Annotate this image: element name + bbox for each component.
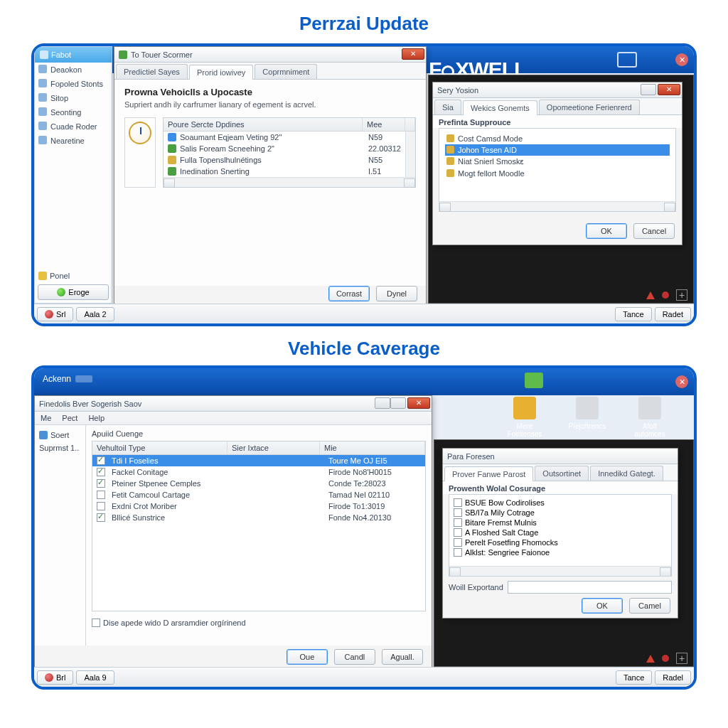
maximize-icon[interactable] xyxy=(390,397,406,409)
cancel-button[interactable]: Candl xyxy=(334,649,375,665)
scrollbar-v[interactable] xyxy=(405,132,415,177)
table-row[interactable]: Soaumant Eqjeam Veting 92"N59 xyxy=(164,132,415,143)
checkbox-icon[interactable] xyxy=(97,513,105,522)
page-title-top: Perrzai Update xyxy=(0,0,728,43)
checkbox-icon[interactable] xyxy=(92,619,100,627)
tab[interactable]: Opomeetione Ferienrerd xyxy=(539,100,640,114)
tab[interactable]: Innedikd Gategt. xyxy=(590,466,663,481)
list-item[interactable]: Perelt Fosetfing Fhomocks xyxy=(454,537,667,547)
checkbox-icon[interactable] xyxy=(454,528,462,537)
app-icon[interactable] xyxy=(525,373,543,388)
status-button[interactable]: Aala 2 xyxy=(76,307,114,321)
dialog-titlebar[interactable]: To Touer Scormer✕ xyxy=(114,47,426,63)
checkbox-icon[interactable] xyxy=(97,456,105,465)
checkbox-icon[interactable] xyxy=(454,508,462,517)
checkbox-icon[interactable] xyxy=(97,479,105,488)
status-button[interactable]: Radet xyxy=(655,307,691,321)
desktop-icon[interactable]: Mere Foiritenses xyxy=(503,397,546,438)
sidebar-item[interactable]: Sitop xyxy=(35,91,112,105)
close-icon[interactable]: ✕ xyxy=(402,48,424,60)
checkbox-icon[interactable] xyxy=(454,548,462,557)
list-item[interactable]: SB/I7a Mily Cotrage xyxy=(454,508,667,518)
menubar: Me Pect Help xyxy=(35,412,432,425)
table-row[interactable]: Exdni Crot MoriberFirode To1:3019 xyxy=(92,500,425,512)
dialog-titlebar[interactable]: Finedolis Bver Sogerish Saov✕ xyxy=(35,396,432,412)
tab[interactable]: Wekics Gonemts xyxy=(463,100,537,115)
tab[interactable]: Coprmniment xyxy=(255,64,317,79)
checkbox-icon[interactable] xyxy=(454,538,462,547)
add-icon[interactable]: + xyxy=(676,289,687,301)
tree-item[interactable]: Niat Snierl Smoskɛ xyxy=(445,156,670,168)
tree-item[interactable]: Johon Tesen AID xyxy=(445,144,670,156)
add-icon[interactable]: + xyxy=(676,653,687,664)
table-row[interactable]: Fackel ConitageFirode No8'H0015 xyxy=(92,466,425,478)
scrollbar-h[interactable] xyxy=(164,177,415,187)
status-button[interactable]: Srl xyxy=(37,307,73,321)
scrollbar-h[interactable] xyxy=(449,566,671,576)
close-icon[interactable]: ✕ xyxy=(407,397,430,409)
minimize-icon[interactable] xyxy=(375,397,390,409)
list-item[interactable]: BSUE Bow Codirolises xyxy=(454,498,667,508)
status-button[interactable]: Radel xyxy=(655,670,691,685)
tab[interactable]: Prorid iowivey xyxy=(189,65,253,80)
sidebar-item[interactable]: Fopoled Stonts xyxy=(35,77,112,91)
menu-item[interactable]: Me xyxy=(41,414,51,422)
close-icon[interactable]: ✕ xyxy=(675,375,688,388)
close-icon[interactable]: ✕ xyxy=(675,53,688,66)
sidebar-item[interactable]: Deaokon xyxy=(35,63,112,77)
desktop-icon[interactable]: Afolt automces xyxy=(628,397,671,438)
tab[interactable]: Predictiel Sayes xyxy=(116,64,188,79)
cancel-button[interactable]: Cancel xyxy=(633,223,675,239)
sidebar-button[interactable]: Eroge xyxy=(38,284,109,300)
list-item[interactable]: Bitare Fremst Mulnis xyxy=(454,518,667,528)
table-row[interactable]: Bllicé SunstriceFonde No4.20130 xyxy=(92,512,425,523)
tab[interactable]: Outsortinet xyxy=(535,466,589,481)
checkbox-icon[interactable] xyxy=(97,491,105,499)
tree-item[interactable]: Cost Camsd Mode xyxy=(445,133,670,144)
apply-button[interactable]: Aguall. xyxy=(382,649,423,665)
export-input[interactable] xyxy=(508,581,672,594)
cancel-button[interactable]: Camel xyxy=(629,598,670,614)
sidebar-item[interactable]: Cuade Roder xyxy=(35,119,112,134)
status-button[interactable]: Tance xyxy=(616,670,652,685)
nav-item[interactable]: Suprmst 1.. xyxy=(38,441,82,455)
desktop-icon[interactable]: Píejoftrencs xyxy=(566,397,609,438)
dialog-titlebar[interactable]: Para Foresen xyxy=(443,449,678,464)
ok-button[interactable]: Oue xyxy=(287,649,328,665)
tab[interactable]: Prover Fanwe Parost xyxy=(444,466,533,481)
nav-item[interactable]: Soert xyxy=(38,429,82,441)
table-row[interactable]: Tdi I FoseliesToure Me OJ EI5 xyxy=(92,455,425,466)
cancel-button[interactable]: Dynel xyxy=(376,286,417,301)
table-row[interactable]: Fetit Camcoul CartageTamad Nel 02110 xyxy=(92,489,425,500)
list-item[interactable]: A Floshed Salt Ctage xyxy=(454,528,667,537)
update-dialog: To Touer Scormer✕ Predictiel Sayes Prori… xyxy=(114,46,427,308)
tab[interactable]: Sia xyxy=(434,100,461,114)
status-button[interactable]: Brl xyxy=(37,670,73,685)
status-button[interactable]: Tance xyxy=(615,307,651,321)
connect-button[interactable]: Corrast xyxy=(328,286,370,301)
close-icon[interactable]: ✕ xyxy=(658,84,680,95)
sidebar-item[interactable]: Seonting xyxy=(35,105,112,119)
checkbox-icon[interactable] xyxy=(97,502,105,510)
tree-item[interactable]: Mogt fellort Moodle xyxy=(445,168,670,179)
tabstrip: Sia Wekics Gonemts Opomeetione Ferienrer… xyxy=(433,98,682,115)
table-row[interactable]: Pteiner Stpenee CemplesConde Te:28023 xyxy=(92,478,425,489)
list-item[interactable]: Alklst: Sengriee Faionoe xyxy=(454,547,667,557)
footer-checkbox[interactable]: Dise apede wido D arsramdier orgírinend xyxy=(92,611,426,627)
menu-item[interactable]: Help xyxy=(88,414,105,422)
ok-button[interactable]: OK xyxy=(582,598,623,614)
sidebar-item[interactable]: Nearetine xyxy=(35,134,112,148)
ok-button[interactable]: OK xyxy=(586,223,627,239)
scrollbar-h[interactable] xyxy=(439,201,675,211)
minimize-icon[interactable] xyxy=(641,84,656,95)
table-row[interactable]: Salis Foream Scneehing 2"22.00312 xyxy=(164,143,415,154)
checkbox-icon[interactable] xyxy=(454,498,462,507)
sidebar-footer[interactable]: Ponel xyxy=(38,272,70,280)
table-row[interactable]: Inedination SnertingI.51 xyxy=(164,166,415,177)
table-row[interactable]: Fulla TopenslhulnétingsN55 xyxy=(164,154,415,166)
checkbox-icon[interactable] xyxy=(454,518,462,527)
status-button[interactable]: Aala 9 xyxy=(76,670,114,685)
menu-item[interactable]: Pect xyxy=(62,414,77,422)
checkbox-icon[interactable] xyxy=(97,468,105,476)
dialog-titlebar[interactable]: Sery Yosion✕ xyxy=(433,82,682,98)
